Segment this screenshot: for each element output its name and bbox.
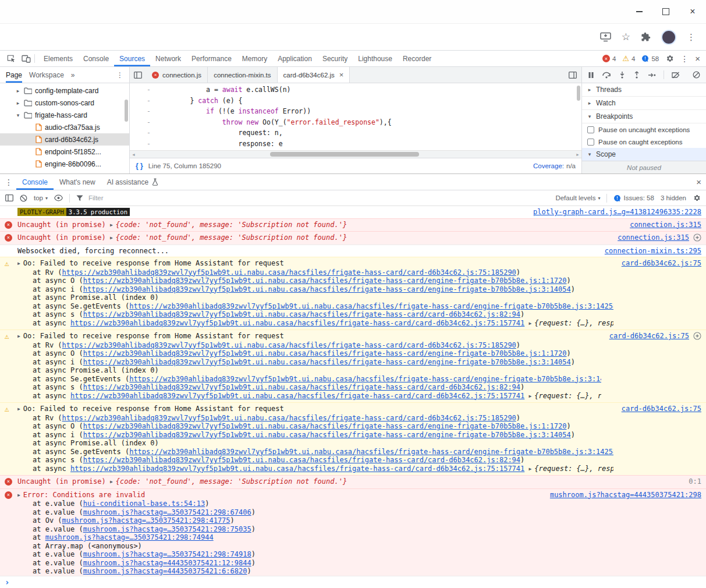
editor-tab-connection-js[interactable]: ×connection.js bbox=[146, 67, 208, 83]
navigator-tab-page[interactable]: Page bbox=[6, 67, 22, 83]
breakpoint-gutter[interactable]: - bbox=[130, 106, 158, 117]
drawer-tab-ai-assistance[interactable]: AI assistance bbox=[101, 174, 164, 190]
stack-url-link[interactable]: mushroom.js?hacstag=444350375421:12:9844 bbox=[83, 559, 251, 567]
drawer-menu-kebab-icon[interactable]: ⋮ bbox=[5, 178, 13, 187]
section-scope[interactable]: ▾Scope bbox=[582, 148, 706, 161]
clear-console-icon[interactable] bbox=[20, 194, 27, 202]
stack-url-link[interactable]: mushroom.js?hacstag=444350375421:6:6820 bbox=[83, 567, 247, 575]
inspect-element-icon[interactable] bbox=[7, 54, 16, 63]
chevron-right-icon[interactable]: ▸ bbox=[15, 88, 21, 94]
tab-lighthouse[interactable]: Lighthouse bbox=[353, 51, 398, 66]
extensions-puzzle-icon[interactable] bbox=[641, 32, 651, 42]
drawer-tab-what-s-new[interactable]: What's new bbox=[54, 174, 101, 190]
editor-horizontal-scrollbar[interactable]: ◄ ► bbox=[130, 150, 581, 158]
stack-url-link[interactable]: hui-conditional-base.ts:54:13 bbox=[83, 500, 205, 508]
tab-console[interactable]: Console bbox=[78, 51, 114, 66]
step-over-icon[interactable] bbox=[602, 71, 611, 79]
expand-arrow-icon[interactable]: ▶ bbox=[110, 234, 113, 243]
toggle-debugger-panel-icon[interactable] bbox=[569, 67, 581, 83]
warning-count-badge[interactable]: ⚠4 bbox=[622, 55, 635, 62]
source-location-link[interactable]: connection-mixin.ts:295 bbox=[605, 247, 701, 256]
navigator-menu-kebab-icon[interactable]: ⋮ bbox=[116, 71, 123, 79]
tree-item-audio-cf3a75aa-js[interactable]: audio-cf3a75aa.js bbox=[0, 121, 129, 133]
stack-url-link[interactable]: https://wzb390ahlibadq839zwvl7yyf5p1wb9t… bbox=[83, 310, 520, 318]
console-issues-counter[interactable]: Issues: 58 bbox=[613, 194, 654, 202]
stack-url-link[interactable]: https://wzb390ahlibadq839zwvl7yyf5p1wb9t… bbox=[83, 456, 520, 464]
stack-url-link[interactable]: mushroom.js?hacstag=…350375421:298:74918 bbox=[83, 550, 251, 558]
hidden-messages-count[interactable]: 3 hidden bbox=[661, 194, 686, 201]
stack-url-link[interactable]: https://wzb390ahlibadq839zwvl7yyf5p1wb9t… bbox=[83, 285, 571, 293]
breakpoint-gutter[interactable]: - bbox=[130, 84, 158, 95]
coverage-link[interactable]: Coverage: bbox=[533, 162, 564, 169]
source-location-link[interactable]: card-d6b34c62.js:75 bbox=[622, 259, 701, 268]
bookmark-star-icon[interactable]: ☆ bbox=[622, 31, 630, 43]
step-icon[interactable] bbox=[648, 72, 656, 79]
tree-item-frigate-hass-card[interactable]: ▾frigate-hass-card bbox=[0, 109, 129, 121]
stack-url-link[interactable]: https://wzb390ahlibadq839zwvl7yyf5p1wb9t… bbox=[83, 358, 571, 366]
stack-url-link[interactable]: https://wzb390ahlibadq839zwvl7yyf5p1wb9t… bbox=[129, 375, 601, 383]
source-location-link[interactable]: connection.js:315 bbox=[618, 233, 689, 242]
navigator-tab-workspace[interactable]: Workspace bbox=[29, 71, 64, 79]
tab-recorder[interactable]: Recorder bbox=[398, 51, 437, 66]
stack-url-link[interactable]: https://wzb390ahlibadq839zwvl7yyf5p1wb9t… bbox=[83, 422, 567, 430]
pause-caught-checkbox[interactable] bbox=[587, 139, 594, 146]
chevron-right-icon[interactable]: ▸ bbox=[15, 100, 21, 106]
stack-url-link[interactable]: https://wzb390ahlibadq839zwvl7yyf5p1wb9t… bbox=[129, 448, 613, 456]
tree-item-engine-86b0096[interactable]: engine-86b0096... bbox=[0, 158, 129, 170]
step-out-icon[interactable] bbox=[633, 71, 640, 79]
scroll-left-arrow-icon[interactable]: ◄ bbox=[132, 153, 136, 157]
console-sidebar-icon[interactable] bbox=[5, 194, 13, 201]
breakpoint-gutter[interactable]: - bbox=[130, 127, 158, 139]
breakpoint-gutter[interactable]: - bbox=[130, 95, 158, 107]
chevron-down-icon[interactable]: ▾ bbox=[15, 112, 21, 118]
tab-performance[interactable]: Performance bbox=[186, 51, 237, 66]
window-minimize-button[interactable] bbox=[626, 0, 652, 23]
expand-arrow-icon[interactable]: ▶ bbox=[17, 405, 20, 414]
tab-memory[interactable]: Memory bbox=[237, 51, 272, 66]
stack-url-link[interactable]: https://wzb390ahlibadq839zwvl7yyf5p1wb9t… bbox=[62, 414, 516, 422]
expand-arrow-icon[interactable]: ▶ bbox=[17, 260, 20, 268]
code-view[interactable]: - a = await e.callWS(n)- } catch (e) {- … bbox=[130, 83, 581, 150]
expand-arrow-icon[interactable]: ▶ bbox=[529, 465, 532, 474]
source-location-link[interactable]: card-d6b34c62.js:75 bbox=[609, 332, 689, 341]
live-expression-eye-icon[interactable] bbox=[54, 194, 63, 201]
source-location-link[interactable]: plotly-graph-card.js…g=413812496335:2228 bbox=[533, 208, 701, 217]
install-icon[interactable] bbox=[600, 32, 611, 42]
pause-uncaught-checkbox[interactable] bbox=[587, 126, 594, 133]
ai-insight-icon[interactable] bbox=[693, 332, 701, 340]
tab-application[interactable]: Application bbox=[272, 51, 317, 66]
stack-url-link[interactable]: https://wzb390ahlibadq839zwvl7yyf5p1wb9t… bbox=[83, 383, 520, 391]
scroll-right-arrow-icon[interactable]: ► bbox=[576, 153, 580, 157]
stack-url-link[interactable]: https://wzb390ahlibadq839zwvl7yyf5p1wb9t… bbox=[70, 392, 524, 400]
stack-url-link[interactable]: mushroom.js?hacstag=…350375421:298:75035 bbox=[83, 525, 251, 533]
deactivate-breakpoints-icon[interactable] bbox=[672, 72, 680, 79]
section-watch[interactable]: ▸Watch bbox=[582, 97, 706, 110]
horizontal-scroll-thumb[interactable] bbox=[270, 152, 419, 157]
expand-arrow-icon[interactable]: ▶ bbox=[17, 491, 20, 500]
source-location-link[interactable]: card-d6b34c62.js:75 bbox=[622, 405, 701, 413]
toggle-navigator-panel-icon[interactable] bbox=[130, 67, 146, 83]
tree-item-card-d6b34c62-js[interactable]: card-d6b34c62.js bbox=[0, 133, 129, 146]
editor-tab-connection-mixin-ts[interactable]: connection-mixin.ts bbox=[208, 67, 277, 83]
stack-url-link[interactable]: https://wzb390ahlibadq839zwvl7yyf5p1wb9t… bbox=[129, 302, 613, 310]
tab-sources[interactable]: Sources bbox=[114, 51, 150, 66]
step-into-icon[interactable] bbox=[619, 71, 626, 79]
expand-arrow-icon[interactable]: ▶ bbox=[110, 221, 113, 230]
error-count-badge[interactable]: ×4 bbox=[602, 55, 616, 62]
close-tab-icon[interactable]: × bbox=[339, 70, 344, 79]
expand-arrow-icon[interactable]: ▶ bbox=[17, 332, 20, 341]
stack-url-link[interactable]: https://wzb390ahlibadq839zwvl7yyf5p1wb9t… bbox=[83, 431, 571, 439]
source-location-link[interactable]: connection.js:315 bbox=[630, 221, 701, 229]
tree-item-custom-sonos-card[interactable]: ▸custom-sonos-card bbox=[0, 97, 129, 109]
devtools-menu-kebab-icon[interactable]: ⋮ bbox=[680, 54, 689, 63]
navigator-scrollbar[interactable] bbox=[125, 100, 128, 122]
device-toolbar-icon[interactable] bbox=[22, 54, 31, 63]
stack-url-link[interactable]: https://wzb390ahlibadq839zwvl7yyf5p1wb9t… bbox=[62, 268, 516, 277]
editor-vertical-scrollbar[interactable] bbox=[576, 83, 581, 150]
breakpoint-gutter[interactable]: - bbox=[130, 117, 158, 128]
more-tabs-chevron-icon[interactable]: » bbox=[71, 71, 75, 79]
stack-url-link[interactable]: https://wzb390ahlibadq839zwvl7yyf5p1wb9t… bbox=[83, 349, 567, 357]
tree-item-endpoint-5f1852[interactable]: endpoint-5f1852... bbox=[0, 146, 129, 158]
ai-insight-icon[interactable] bbox=[693, 233, 701, 242]
window-close-button[interactable]: × bbox=[679, 0, 706, 23]
